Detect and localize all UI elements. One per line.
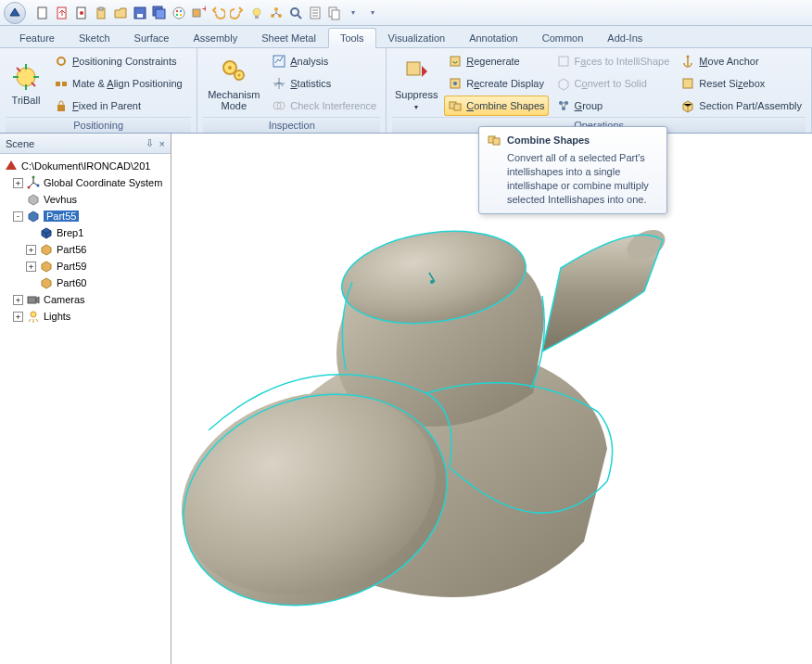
sizebox-icon	[680, 76, 695, 91]
qat-save-all-icon[interactable]	[151, 5, 168, 21]
mechanism-mode-button[interactable]: Mechanism Mode	[203, 51, 264, 117]
part-gold-icon	[39, 259, 54, 274]
analysis-icon	[272, 54, 286, 69]
combine-shapes-button[interactable]: Combine Shapes	[444, 96, 548, 116]
tab-surface[interactable]: Surface	[122, 28, 182, 47]
svg-point-32	[228, 66, 232, 70]
group-icon	[556, 98, 571, 113]
regenerate-button[interactable]: Regenerate	[444, 51, 548, 71]
tree-item-lights[interactable]: + Lights	[2, 308, 169, 325]
qat-open-icon[interactable]	[112, 5, 129, 21]
tab-feature[interactable]: Feature	[7, 28, 67, 47]
qat-save-icon[interactable]	[132, 5, 148, 21]
group-label-inspection: Inspection	[203, 117, 380, 133]
app-logo[interactable]	[4, 2, 26, 24]
tree-item-part56[interactable]: + Part56	[2, 241, 169, 258]
tab-common[interactable]: Common	[530, 28, 596, 47]
svg-rect-29	[57, 105, 65, 111]
svg-point-10	[173, 7, 184, 19]
qat-customize-dropdown-icon[interactable]: ▾	[351, 8, 355, 17]
qat-palette-icon[interactable]	[171, 5, 187, 21]
tab-visualization[interactable]: Visualization	[376, 28, 458, 47]
combine-shapes-tooltip: Combine Shapes Convert all of a selected…	[478, 126, 667, 214]
qat-find-icon[interactable]	[287, 5, 304, 21]
svg-rect-18	[255, 16, 259, 19]
tree-item-cameras[interactable]: + Cameras	[2, 291, 169, 308]
ribbon: TriBall Positioning Constraints Mate & A…	[0, 48, 812, 134]
qat-clipboard-icon[interactable]	[93, 5, 109, 21]
suppress-button[interactable]: Suppress ▾	[392, 51, 440, 117]
scene-tree[interactable]: C:\Dokument\IRONCAD\201 + Global Coordin…	[0, 154, 171, 664]
svg-rect-15	[193, 9, 200, 17]
qat-export-icon[interactable]	[73, 5, 90, 21]
brep-icon	[39, 225, 54, 240]
tree-item-part60[interactable]: Part60	[2, 275, 169, 291]
qat-undo-icon[interactable]	[209, 5, 226, 21]
tab-sheet-metal[interactable]: Sheet Metal	[249, 28, 328, 47]
positioning-constraints-button[interactable]: Positioning Constraints	[50, 51, 186, 71]
recreate-display-button[interactable]: Recreate Display	[444, 73, 548, 94]
svg-point-49	[28, 186, 31, 189]
qat-doc-icon[interactable]	[307, 5, 324, 21]
svg-rect-62	[493, 138, 500, 145]
svg-point-3	[80, 11, 83, 15]
svg-point-13	[176, 13, 178, 15]
group-label-positioning: Positioning	[6, 117, 191, 133]
group-button[interactable]: Group	[552, 96, 674, 116]
svg-point-12	[180, 9, 182, 11]
triball-button[interactable]: TriBall	[6, 51, 46, 117]
tab-tools[interactable]: Tools	[328, 28, 376, 48]
expand-icon[interactable]: +	[13, 312, 23, 322]
svg-point-53	[31, 312, 36, 317]
svg-rect-34	[273, 56, 285, 67]
svg-rect-9	[156, 9, 165, 19]
qat-new-icon[interactable]	[34, 5, 51, 21]
section-icon	[680, 98, 695, 113]
qat-overflow-dropdown-icon[interactable]: ▾	[371, 8, 374, 17]
reset-sizebox-button[interactable]: Reset Sizebox	[677, 73, 806, 94]
svg-rect-0	[38, 7, 46, 19]
section-part-button[interactable]: Section Part/Assembly	[677, 96, 806, 116]
expand-icon[interactable]: +	[13, 295, 23, 305]
qat-tree-icon[interactable]	[268, 5, 285, 21]
tab-add-ins[interactable]: Add-Ins	[595, 28, 654, 47]
tab-annotation[interactable]: Annotation	[457, 28, 530, 47]
part-gold-icon	[39, 275, 54, 290]
svg-rect-37	[407, 62, 420, 75]
pin-icon[interactable]: ⇩	[146, 137, 154, 149]
close-icon[interactable]: ×	[159, 138, 165, 149]
svg-rect-27	[56, 82, 60, 86]
svg-text:+: +	[202, 6, 206, 14]
statistics-button[interactable]: Statistics	[268, 73, 380, 94]
qat-copy-icon[interactable]	[326, 5, 343, 21]
qat-redo-icon[interactable]	[229, 5, 246, 21]
expand-icon[interactable]: +	[26, 262, 36, 272]
qat-bulb-icon[interactable]	[248, 5, 265, 21]
collapse-icon[interactable]: -	[13, 211, 23, 222]
qat-import-icon[interactable]	[54, 5, 70, 21]
recreate-icon	[448, 76, 463, 91]
axes-icon	[26, 175, 41, 190]
tab-sketch[interactable]: Sketch	[67, 28, 122, 47]
mate-align-button[interactable]: Mate & Align Positioning	[50, 73, 186, 94]
combine-icon	[487, 133, 501, 147]
expand-icon[interactable]: +	[13, 178, 23, 188]
svg-point-33	[238, 73, 241, 76]
tab-assembly[interactable]: Assembly	[181, 28, 249, 47]
move-anchor-button[interactable]: Move Anchor	[677, 51, 806, 71]
scene-panel-header: Scene ⇩ ×	[0, 134, 171, 154]
expand-icon[interactable]: +	[26, 245, 36, 255]
tree-item-part59[interactable]: + Part59	[2, 258, 169, 275]
svg-point-22	[291, 8, 298, 16]
part-blue-icon	[26, 209, 41, 223]
tree-root[interactable]: C:\Dokument\IRONCAD\201	[2, 158, 169, 174]
qat-add-block-icon[interactable]: +	[190, 5, 207, 21]
tree-item-part55[interactable]: - Part55	[2, 208, 169, 224]
tree-item-global-coord[interactable]: + Global Coordinate System	[2, 174, 169, 191]
tree-item-brep1[interactable]: Brep1	[2, 224, 169, 241]
fixed-in-parent-button[interactable]: Fixed in Parent	[50, 96, 186, 116]
tree-item-vevhus[interactable]: Vevhus	[2, 191, 169, 208]
svg-rect-7	[137, 14, 143, 18]
camera-icon	[26, 292, 41, 307]
analysis-button[interactable]: Analysis	[268, 51, 380, 71]
